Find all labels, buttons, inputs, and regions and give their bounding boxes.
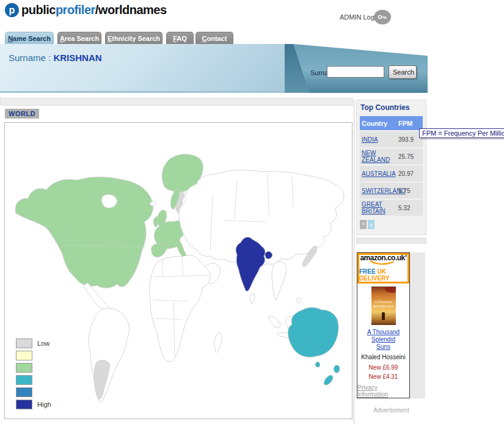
fpm-value: 5.32: [398, 205, 423, 211]
key-icon: [378, 13, 387, 21]
world-region-tag[interactable]: WORLD: [5, 109, 39, 119]
legend-item-high: High: [16, 399, 51, 409]
book-price-new: New £6.99: [369, 364, 398, 371]
legend-item-3: [16, 362, 51, 373]
table-row: GREAT BRITAIN 5.32: [360, 200, 423, 216]
amazon-logo: amazon.co.ukʼ: [360, 255, 406, 261]
table-row: SWITZERLAND 5.75: [360, 183, 423, 199]
legend-swatch-yellow: [16, 351, 32, 360]
free-delivery-text: FREE UK DELIVERY: [359, 268, 407, 282]
column-header-country: Country: [360, 120, 398, 127]
surname-input[interactable]: [327, 66, 384, 78]
table-row: NEW ZEALAND 25.75: [360, 148, 423, 164]
top-countries-table: Country FPM INDIA 393.9 NEW ZEALAND 25.7…: [360, 116, 423, 216]
world-choropleth-map[interactable]: [5, 123, 352, 419]
pager-up-button[interactable]: ^: [360, 220, 367, 229]
map-africa: [150, 255, 211, 362]
column-header-fpm[interactable]: FPM: [398, 120, 423, 127]
legend-item-5: [16, 387, 51, 397]
legend-item-2: [16, 350, 51, 360]
vertical-divider: [354, 100, 354, 424]
book-cover-image[interactable]: A Thousand Splendid Suns: [371, 287, 396, 325]
top-countries-title: Top Countries: [360, 103, 409, 112]
horizontal-divider-bar: [0, 98, 353, 106]
tab-contact[interactable]: Contact: [195, 32, 233, 44]
map-indochina: [272, 261, 287, 300]
privacy-information-link[interactable]: Privacy Information: [357, 384, 409, 398]
logo-worldnames: /worldnames: [95, 3, 167, 16]
table-row: AUSTRALIA 20.97: [360, 166, 423, 181]
amazon-smile-icon: [368, 261, 399, 266]
legend-swatch-blue: [16, 387, 32, 397]
amazon-ad[interactable]: amazon.co.ukʼ FREE UK DELIVERY A Thousan…: [357, 252, 410, 398]
legend-item-low: Low: [16, 338, 51, 348]
table-pager: ^ v: [360, 220, 374, 229]
legend-swatch-green: [16, 363, 32, 373]
map-south-america: [89, 309, 129, 403]
logo-public: public: [21, 3, 56, 16]
fpm-value: 20.97: [398, 170, 423, 177]
map-new-zealand-south: [324, 375, 333, 385]
advertisement-label: Advertisment: [356, 407, 426, 414]
pager-down-button[interactable]: v: [368, 220, 374, 229]
map-north-america: [15, 177, 153, 288]
country-link-new-zealand[interactable]: NEW ZEALAND: [362, 150, 390, 163]
legend-swatch-gray: [16, 338, 32, 348]
logo-text: publicprofiler/worldnames: [21, 3, 167, 17]
map-hudson-bay: [101, 194, 117, 208]
tab-name-search[interactable]: Name Search: [5, 32, 54, 44]
map-sumatra: [269, 316, 280, 328]
map-tasmania: [315, 362, 320, 367]
map-madagascar: [214, 333, 222, 353]
book-author: Khaled Hosseini: [361, 354, 405, 360]
table-header-row: Country FPM: [360, 116, 423, 130]
logo-bubble-icon: p: [5, 3, 19, 17]
legend-high-label: High: [37, 401, 51, 408]
map-sri-lanka: [250, 294, 254, 304]
search-button[interactable]: Search: [389, 65, 417, 79]
map-philippines: [297, 298, 301, 303]
ad-side-strip: [410, 252, 425, 398]
map-india: [236, 237, 265, 291]
legend-item-4: [16, 375, 51, 385]
book-cover-foliage: [385, 287, 396, 293]
map-australia: [288, 307, 338, 357]
fpm-value: 5.75: [398, 188, 423, 194]
world-map-container: Low High: [4, 122, 352, 419]
table-row: INDIA 393.9: [360, 131, 423, 147]
fpm-value: 25.75: [398, 153, 423, 160]
surname-value: KRISHNAN: [53, 53, 101, 63]
book-cover-figure: [382, 312, 385, 320]
admin-login-button[interactable]: [374, 10, 391, 24]
map-new-zealand-north: [334, 365, 340, 373]
sidebar-divider-bar: [356, 238, 426, 244]
logo-profiler: profiler: [56, 3, 95, 16]
fpm-tooltip: FPM = Frequency Per Million: [419, 128, 504, 138]
country-link-great-britain[interactable]: GREAT BRITAIN: [362, 201, 385, 214]
country-link-australia[interactable]: AUSTRALIA: [362, 170, 396, 177]
book-title-link[interactable]: A Thousand SplendidSuns: [357, 329, 409, 351]
tab-area-search[interactable]: Area Search: [57, 32, 101, 44]
banner-light-area: [0, 44, 285, 93]
tab-faq[interactable]: FAQ: [166, 32, 194, 44]
tab-ethnicity-search[interactable]: Ethnicity Search: [105, 32, 163, 44]
legend-swatch-navy: [16, 400, 32, 409]
map-legend: Low High: [16, 338, 51, 409]
country-link-india[interactable]: INDIA: [362, 136, 378, 143]
site-logo[interactable]: p publicprofiler/worldnames: [5, 3, 167, 17]
book-price-used: New £4.31: [369, 373, 398, 380]
legend-low-label: Low: [37, 340, 49, 347]
legend-swatch-teal: [16, 375, 32, 385]
map-spain: [152, 243, 167, 257]
map-india-northeast: [265, 251, 272, 258]
surname-heading: Surname : KRISHNAN: [9, 53, 102, 63]
book-cover-title: A Thousand Splendid Suns: [371, 300, 396, 309]
amazon-ad-header: amazon.co.ukʼ FREE UK DELIVERY: [357, 253, 409, 283]
